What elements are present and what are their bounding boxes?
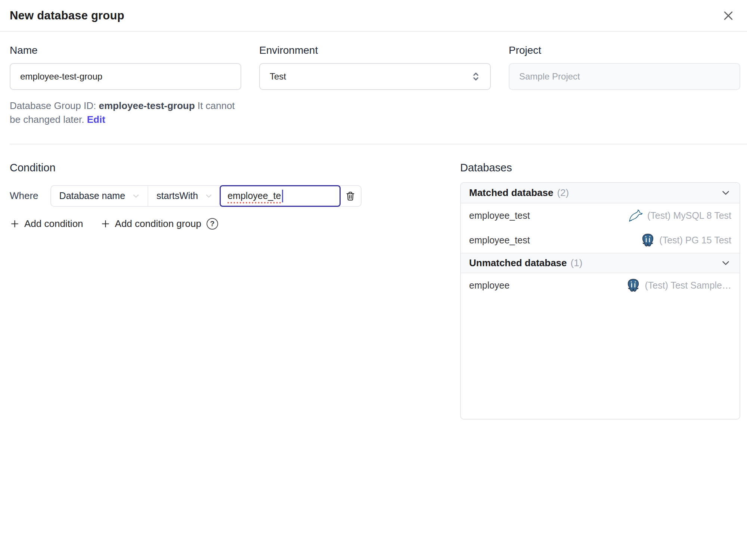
- group-id-prefix: Database Group ID:: [10, 100, 96, 111]
- page-title: New database group: [10, 9, 124, 22]
- databases-section: Databases Matched database (2) employee_…: [460, 144, 740, 420]
- condition-expression-group: Database name startsWith employee_te: [50, 185, 362, 207]
- lower-section: Condition Where Database name startsWith…: [0, 144, 747, 420]
- condition-field-select[interactable]: Database name: [51, 186, 149, 206]
- add-condition-group-button[interactable]: Add condition group: [100, 218, 201, 230]
- postgresql-icon: [641, 233, 655, 248]
- condition-section: Condition Where Database name startsWith…: [10, 144, 460, 230]
- database-row: employee_test (Test) MySQL 8 Test: [461, 203, 740, 228]
- help-icon[interactable]: ?: [207, 218, 218, 230]
- environment-label: Environment: [259, 44, 491, 56]
- matched-database-header[interactable]: Matched database (2): [461, 183, 740, 203]
- project-label: Project: [509, 44, 740, 56]
- name-label: Name: [10, 44, 241, 56]
- chevron-down-icon: [204, 191, 214, 201]
- mysql-icon: [627, 209, 643, 222]
- trash-icon: [345, 190, 356, 202]
- where-label: Where: [10, 190, 38, 202]
- condition-value-input[interactable]: employee_te: [220, 185, 341, 207]
- edit-id-link[interactable]: Edit: [87, 114, 105, 125]
- unmatched-database-header[interactable]: Unmatched database (1): [461, 253, 740, 273]
- name-input[interactable]: [10, 63, 241, 90]
- database-name: employee_test: [469, 210, 530, 221]
- name-field-block: Name Database Group ID: employee-test-gr…: [10, 44, 241, 127]
- add-condition-button[interactable]: Add condition: [10, 218, 83, 230]
- plus-icon: [10, 219, 20, 229]
- database-instance: (Test) PG 15 Test: [659, 235, 731, 246]
- unmatched-database-count: (1): [571, 257, 583, 269]
- unmatched-database-title: Unmatched database: [469, 257, 567, 269]
- text-cursor: [282, 190, 283, 202]
- project-value: Sample Project: [519, 71, 580, 82]
- matched-database-title: Matched database: [469, 187, 553, 199]
- condition-heading: Condition: [10, 162, 445, 174]
- environment-select[interactable]: Test: [259, 63, 491, 90]
- close-button[interactable]: [719, 7, 737, 25]
- plus-icon: [100, 219, 111, 229]
- group-form: Name Database Group ID: employee-test-gr…: [0, 32, 747, 127]
- delete-condition-button[interactable]: [340, 186, 361, 206]
- group-id-value: employee-test-group: [99, 100, 195, 111]
- add-condition-group-label: Add condition group: [115, 218, 201, 230]
- group-id-note: Database Group ID: employee-test-group I…: [10, 99, 241, 127]
- condition-row: Where Database name startsWith employee_…: [10, 185, 445, 207]
- condition-value-text: employee_te: [227, 190, 281, 201]
- chevron-down-icon: [131, 191, 141, 201]
- matched-database-count: (2): [557, 187, 569, 199]
- close-icon: [722, 9, 735, 22]
- condition-operator-value: startsWith: [156, 190, 198, 201]
- database-instance: (Test) Test Sample…: [645, 280, 731, 291]
- database-instance: (Test) MySQL 8 Test: [647, 210, 731, 221]
- condition-field-value: Database name: [59, 190, 125, 201]
- environment-field-block: Environment Test: [259, 44, 491, 127]
- database-row: employee (Test) Test Sample…: [461, 273, 740, 298]
- dialog-header: New database group: [0, 0, 747, 32]
- add-condition-label: Add condition: [24, 218, 83, 230]
- databases-panel: Matched database (2) employee_test (Test…: [460, 182, 740, 420]
- database-row: employee_test (Test) PG 15 Test: [461, 228, 740, 253]
- condition-actions: Add condition Add condition group ?: [10, 218, 445, 230]
- project-input: Sample Project: [509, 63, 740, 90]
- database-name: employee_test: [469, 235, 530, 246]
- databases-heading: Databases: [460, 162, 740, 174]
- database-name: employee: [469, 280, 509, 291]
- environment-selected-value: Test: [270, 71, 286, 82]
- chevron-down-icon: [720, 187, 731, 198]
- select-updown-chevrons-icon: [470, 71, 482, 83]
- project-field-block: Project Sample Project: [509, 44, 740, 127]
- chevron-down-icon: [720, 257, 731, 268]
- postgresql-icon: [626, 278, 640, 293]
- condition-operator-select[interactable]: startsWith: [148, 186, 220, 206]
